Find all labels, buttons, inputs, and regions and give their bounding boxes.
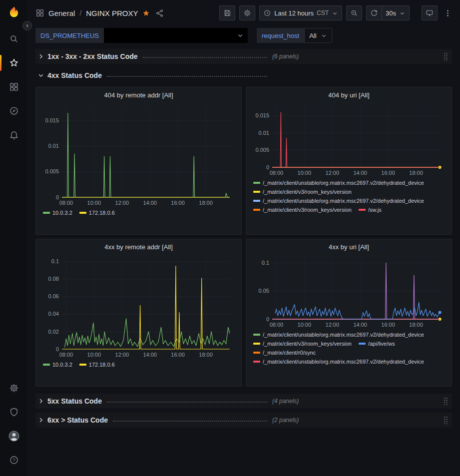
share-icon: [155, 9, 164, 17]
series-swatch: [359, 209, 366, 211]
legend-item[interactable]: /_matrix/client/v3/room_keys/version: [253, 207, 352, 213]
time-range-picker[interactable]: Last 12 hours CST: [259, 5, 342, 20]
svg-text:16:00: 16:00: [171, 352, 185, 358]
legend-item[interactable]: 10.0.3.2: [43, 210, 72, 216]
series-swatch: [253, 182, 260, 184]
legend-item[interactable]: /api/live/ws: [359, 341, 395, 347]
sidebar-expand-button[interactable]: ›: [22, 21, 32, 30]
apps-grid-icon: [35, 8, 44, 17]
legend-item[interactable]: /_matrix/client/r0/sync: [253, 350, 316, 356]
sidebar-item-help[interactable]: ?: [0, 448, 27, 472]
refresh-picker: 30s: [366, 5, 410, 20]
series-label: /_matrix/client/unstable/org.matrix.msc2…: [263, 332, 424, 338]
zoom-out-button[interactable]: [346, 5, 362, 20]
datasource-variable-label[interactable]: DS_PROMETHEUS: [35, 28, 104, 43]
apps-button[interactable]: [35, 8, 44, 17]
dashboards-grid-icon: [9, 82, 19, 92]
breadcrumb-folder[interactable]: General: [48, 9, 75, 17]
compass-icon: [9, 106, 19, 116]
sidebar-item-search[interactable]: [0, 27, 27, 51]
panel-title[interactable]: 404 by uri [All]: [250, 89, 448, 101]
dashboard-settings-button[interactable]: [239, 5, 255, 20]
time-series-plot[interactable]: 08:0010:0012:0014:0016:0018:0000.0050.01…: [40, 101, 237, 207]
star-icon: [9, 58, 19, 68]
legend-item[interactable]: /_matrix/client/unstable/org.matrix.msc2…: [253, 359, 424, 365]
save-dashboard-button[interactable]: [219, 5, 235, 20]
legend-item[interactable]: 10.0.3.2: [43, 362, 72, 368]
svg-text:0.06: 0.06: [48, 293, 59, 299]
svg-text:08:00: 08:00: [270, 322, 284, 328]
panel-legend: 10.0.3.2172.18.0.6: [40, 207, 237, 231]
sidebar-item-explore[interactable]: [0, 99, 27, 123]
legend-item[interactable]: 172.18.0.6: [79, 362, 115, 368]
svg-text:08:00: 08:00: [270, 170, 284, 176]
row-drag-handle[interactable]: [444, 416, 448, 424]
sidebar-item-starred[interactable]: [0, 51, 27, 75]
datasource-select[interactable]: [104, 28, 248, 43]
legend-item[interactable]: /_matrix/client/v3/room_keys/version: [253, 341, 352, 347]
svg-text:0.005: 0.005: [45, 168, 59, 174]
main-area: General / NGINX PROXY: [27, 0, 460, 476]
refresh-interval-dropdown[interactable]: 30s: [382, 5, 410, 20]
refresh-button[interactable]: [366, 5, 382, 20]
sidebar-item-profile[interactable]: [0, 424, 27, 448]
sidebar-item-dashboards[interactable]: [0, 75, 27, 99]
series-label: /sw.js: [368, 207, 382, 213]
svg-text:0.05: 0.05: [259, 288, 269, 294]
time-series-plot[interactable]: 08:0010:0012:0014:0016:0018:0000.050.1: [250, 253, 448, 329]
grafana-flame-icon: [7, 5, 21, 19]
series-label: 172.18.0.6: [89, 210, 115, 216]
favorite-star-button[interactable]: [142, 9, 150, 17]
more-options-button[interactable]: [442, 9, 454, 17]
zoom-out-icon: [350, 9, 358, 17]
top-navbar: General / NGINX PROXY: [27, 0, 460, 26]
grafana-logo[interactable]: [6, 5, 21, 20]
dashboard-title[interactable]: NGINX PROXY: [86, 9, 138, 17]
chevron-down-icon: [321, 32, 327, 39]
svg-text:14:00: 14:00: [143, 200, 157, 206]
svg-text:10:00: 10:00: [87, 200, 101, 206]
panel-title[interactable]: 404 by remote addr [All]: [40, 89, 237, 101]
svg-text:0.1: 0.1: [51, 258, 59, 264]
legend-item[interactable]: /_matrix/client/unstable/org.matrix.msc2…: [253, 198, 424, 204]
search-icon: [9, 34, 19, 44]
help-icon: ?: [9, 455, 19, 465]
legend-item[interactable]: /_matrix/client/unstable/org.matrix.msc2…: [253, 332, 424, 338]
svg-text:08:00: 08:00: [59, 200, 73, 206]
legend-item[interactable]: /_matrix/client/unstable/org.matrix.msc2…: [253, 180, 424, 186]
svg-text:0.005: 0.005: [255, 147, 269, 153]
share-button[interactable]: [155, 9, 164, 17]
svg-text:0.1: 0.1: [262, 260, 269, 266]
sidebar-item-alerting[interactable]: [0, 123, 27, 147]
row-drag-handle[interactable]: [444, 52, 448, 60]
row-1xx-3xx-2xx[interactable]: 1xx - 3xx - 2xx Status Code (6 panels): [35, 49, 452, 64]
svg-text:16:00: 16:00: [381, 322, 395, 328]
variables-bar: DS_PROMETHEUS request_host All: [27, 26, 460, 45]
row-panel-count: (2 panels): [272, 417, 299, 424]
svg-text:0.02: 0.02: [48, 329, 59, 335]
tv-mode-button[interactable]: [422, 5, 438, 20]
row-drag-handle[interactable]: [444, 397, 448, 405]
sidebar-item-server-admin[interactable]: [0, 400, 27, 424]
request-host-select[interactable]: All: [304, 28, 332, 43]
time-series-plot[interactable]: 08:0010:0012:0014:0016:0018:0000.0050.01…: [250, 101, 448, 177]
legend-item[interactable]: /sw.js: [359, 207, 382, 213]
dashboard-canvas: 1xx - 3xx - 2xx Status Code (6 panels) 4…: [27, 45, 460, 476]
legend-item[interactable]: /_matrix/client/v3/room_keys/version: [253, 189, 352, 195]
row-6xx[interactable]: 6xx > Status Code (2 panels): [35, 413, 452, 428]
panel-title[interactable]: 4xx by remote addr [All]: [40, 241, 237, 253]
legend-item[interactable]: 172.18.0.6: [79, 210, 115, 216]
sidebar-item-configuration[interactable]: [0, 376, 27, 400]
grafana-app: ›: [0, 0, 460, 476]
row-4xx[interactable]: 4xx Status Code: [35, 68, 452, 83]
svg-text:18:00: 18:00: [409, 170, 423, 176]
series-swatch: [43, 212, 50, 214]
request-host-variable-label[interactable]: request_host: [257, 28, 304, 43]
panel-title[interactable]: 4xx by uri [All]: [250, 241, 448, 253]
save-icon: [223, 9, 231, 17]
sidebar: ›: [0, 0, 27, 476]
row-5xx[interactable]: 5xx Status Code (4 panels): [35, 394, 452, 409]
series-label: 10.0.3.2: [52, 210, 72, 216]
series-swatch: [253, 334, 260, 336]
time-series-plot[interactable]: 08:0010:0012:0014:0016:0018:0000.020.040…: [40, 253, 237, 359]
